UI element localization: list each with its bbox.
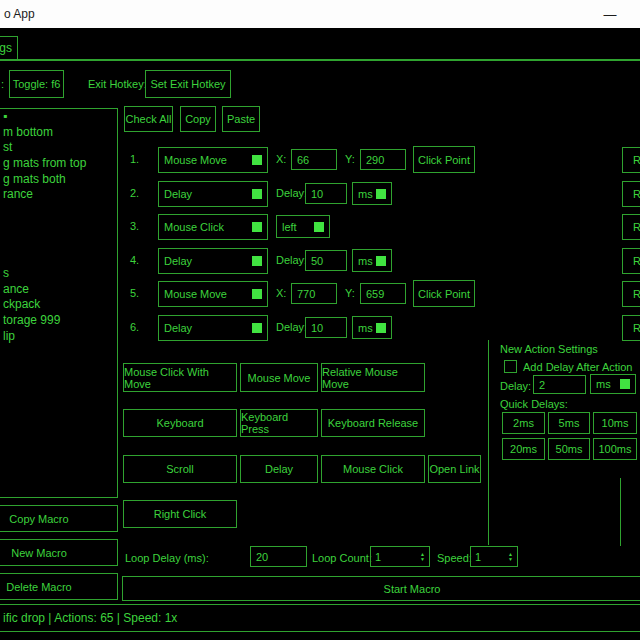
action-type-dropdown[interactable]: Delay	[158, 181, 268, 207]
panel-divider	[620, 478, 621, 546]
mouse-click-button[interactable]: Mouse Click	[321, 455, 425, 483]
dropdown-indicator-icon	[252, 289, 262, 299]
quick-delay-50ms-button[interactable]: 50ms	[548, 438, 590, 460]
list-item[interactable]: rance	[0, 187, 117, 203]
relative-mouse-move-button[interactable]: Relative Mouse Move	[321, 363, 425, 392]
set-exit-hotkey-button[interactable]: Set Exit Hotkey	[145, 70, 231, 98]
list-item[interactable]: g mats both	[0, 172, 117, 188]
list-item[interactable]: ckpack	[0, 297, 117, 313]
copy-button[interactable]: Copy	[180, 106, 216, 132]
delete-macro-button[interactable]: Delete Macro	[0, 573, 118, 600]
delay-button[interactable]: Delay	[240, 455, 318, 483]
open-link-button[interactable]: Open Link	[428, 455, 481, 483]
list-item[interactable]	[0, 235, 117, 251]
panel-divider	[488, 340, 489, 545]
unit-dropdown[interactable]: ms	[352, 249, 392, 272]
x-label: X:	[276, 153, 286, 165]
list-item[interactable]: ance	[0, 282, 117, 298]
copy-macro-button[interactable]: Copy Macro	[0, 505, 118, 532]
x-input[interactable]: 770	[291, 283, 337, 304]
unit-dropdown[interactable]: ms	[352, 182, 392, 205]
list-item[interactable]: m bottom	[0, 125, 117, 141]
action-type-dropdown[interactable]: Mouse Click	[158, 214, 268, 240]
scroll-button[interactable]: Scroll	[123, 455, 237, 483]
row-number: 5.	[130, 287, 139, 299]
keyboard-press-button[interactable]: Keyboard Press	[240, 409, 318, 437]
mouse-move-button[interactable]: Mouse Move	[240, 363, 318, 392]
mouse-click-with-move-button[interactable]: Mouse Click With Move	[123, 363, 237, 392]
list-item[interactable]	[0, 203, 117, 219]
quick-delay-10ms-button[interactable]: 10ms	[593, 412, 637, 434]
loop-delay-label: Loop Delay (ms):	[125, 552, 209, 564]
add-delay-checkbox[interactable]	[504, 360, 517, 373]
dropdown-indicator-icon	[252, 323, 262, 333]
y-input[interactable]: 290	[360, 149, 406, 170]
new-action-unit-dropdown[interactable]: ms	[590, 374, 636, 394]
paste-button[interactable]: Paste	[222, 106, 260, 132]
y-label: Y:	[345, 153, 355, 165]
list-item[interactable]: ▪	[0, 109, 117, 125]
start-macro-button[interactable]: Start Macro	[122, 576, 640, 601]
quick-delay-100ms-button[interactable]: 100ms	[593, 438, 637, 460]
y-input[interactable]: 659	[360, 283, 406, 304]
new-action-delay-label: Delay:	[500, 380, 531, 392]
click-point-button[interactable]: Click Point	[413, 280, 475, 307]
row-number: 1.	[130, 153, 139, 165]
delay-input[interactable]: 50	[305, 250, 347, 271]
new-action-delay-input[interactable]: 2	[533, 375, 586, 394]
list-item[interactable]	[0, 250, 117, 266]
title-bar: o App	[0, 0, 640, 28]
remove-button[interactable]: R	[622, 147, 640, 173]
remove-button[interactable]: R	[622, 181, 640, 207]
loop-delay-input[interactable]: 20	[250, 546, 307, 567]
click-point-button[interactable]: Click Point	[413, 146, 475, 173]
list-item[interactable]: st	[0, 140, 117, 156]
action-type-dropdown[interactable]: Mouse Move	[158, 147, 268, 173]
exit-hotkey-label: Exit Hotkey:	[88, 78, 147, 90]
delay-input[interactable]: 10	[305, 317, 347, 338]
dropdown-indicator-icon	[252, 155, 262, 165]
stepper-arrows-icon[interactable]: ▲▼	[420, 552, 425, 562]
mouse-button-dropdown[interactable]: left	[276, 215, 330, 238]
list-item[interactable]	[0, 219, 117, 235]
action-type-dropdown[interactable]: Delay	[158, 315, 268, 341]
window-title: o App	[0, 7, 35, 21]
delay-label: Delay:	[276, 187, 307, 199]
quick-delays-label: Quick Delays:	[500, 398, 568, 410]
quick-delay-5ms-button[interactable]: 5ms	[548, 412, 590, 434]
quick-delay-20ms-button[interactable]: 20ms	[502, 438, 545, 460]
loop-count-stepper[interactable]: 1 ▲▼	[370, 546, 430, 567]
tabstrip-divider	[0, 59, 640, 61]
tab-settings[interactable]: gs	[0, 36, 18, 60]
delay-input[interactable]: 10	[305, 183, 347, 204]
stepper-arrows-icon[interactable]: ▲▼	[508, 552, 513, 562]
quick-delay-2ms-button[interactable]: 2ms	[502, 412, 545, 434]
dropdown-indicator-icon	[252, 256, 262, 266]
check-all-button[interactable]: Check All	[124, 106, 173, 132]
list-item[interactable]: g mats from top	[0, 156, 117, 172]
remove-button[interactable]: R	[622, 214, 640, 240]
dropdown-indicator-icon	[620, 379, 630, 389]
remove-button[interactable]: R	[622, 248, 640, 274]
tab-settings-label: gs	[0, 41, 12, 55]
list-item[interactable]: s	[0, 266, 117, 282]
remove-button[interactable]: R	[622, 281, 640, 307]
remove-button[interactable]: R	[622, 315, 640, 341]
list-item[interactable]: torage 999	[0, 313, 117, 329]
speed-label: Speed:	[437, 552, 472, 564]
unit-dropdown[interactable]: ms	[352, 316, 392, 339]
row-number: 3.	[130, 220, 139, 232]
right-click-button[interactable]: Right Click	[123, 500, 237, 528]
minimize-button[interactable]: —	[590, 0, 630, 28]
action-type-dropdown[interactable]: Delay	[158, 248, 268, 274]
keyboard-release-button[interactable]: Keyboard Release	[321, 409, 425, 437]
speed-stepper[interactable]: 1 ▲▼	[470, 546, 518, 567]
dropdown-indicator-icon	[252, 189, 262, 199]
keyboard-button[interactable]: Keyboard	[123, 409, 237, 437]
x-input[interactable]: 66	[291, 149, 337, 170]
new-macro-button[interactable]: New Macro	[0, 539, 118, 566]
row-number: 4.	[130, 254, 139, 266]
list-item[interactable]: lip	[0, 329, 117, 345]
toggle-hotkey-button[interactable]: Toggle: f6	[9, 70, 64, 98]
action-type-dropdown[interactable]: Mouse Move	[158, 281, 268, 307]
